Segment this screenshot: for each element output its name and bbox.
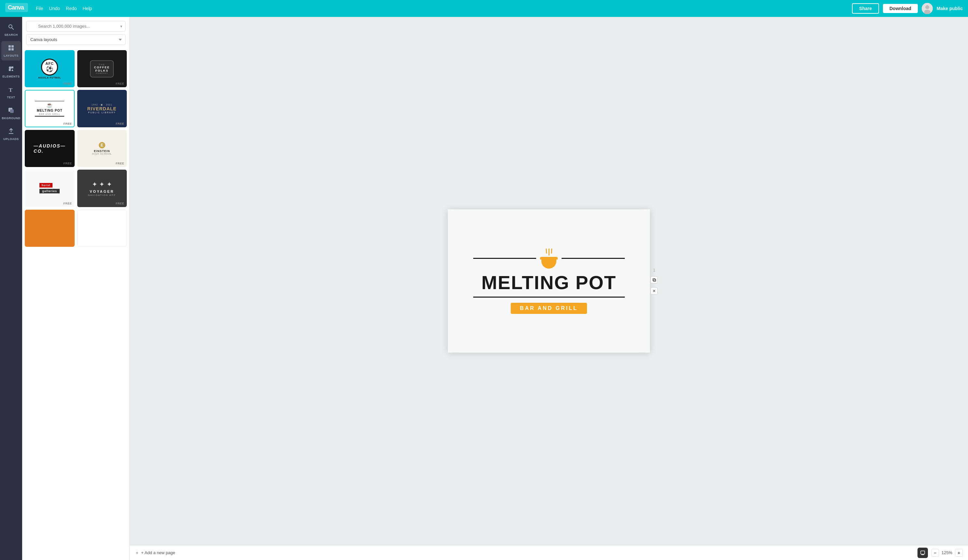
- sidebar-item-search[interactable]: SEARCH: [1, 20, 21, 40]
- orange-card-content: [25, 210, 74, 246]
- background-label: BKGROUND: [2, 117, 20, 120]
- layouts-icon: [8, 45, 14, 53]
- present-button[interactable]: [917, 548, 928, 558]
- sidebar-item-text[interactable]: T TEXT: [1, 83, 21, 102]
- layouts-grid: AFC ⚽ AGUILA FUTBOL FREE THE COFFEE FO: [22, 49, 129, 560]
- free-badge-hurst: FREE: [63, 202, 72, 205]
- search-label: SEARCH: [4, 33, 18, 36]
- zoom-section: − 125% +: [917, 548, 963, 558]
- elements-label: ELEMENTS: [2, 75, 20, 78]
- svg-rect-8: [12, 45, 14, 48]
- layout-card-riverdale[interactable]: 1942 · ◼ · 2021 RIVERDALE PUBLIC LIBRARY…: [77, 90, 127, 127]
- sidebar-item-background[interactable]: BKGROUND: [1, 104, 21, 123]
- layout-card-white2[interactable]: [77, 210, 127, 247]
- layout-card-melting[interactable]: ☕ MELTING POT BAR AND GRILL FREE: [25, 90, 75, 127]
- app-body: SEARCH LAYOUTS ELEMENTS T TEXT BKGROUND: [0, 17, 968, 560]
- hurst-card-content: hurst galleries: [35, 179, 63, 197]
- canvas-page[interactable]: MELTING POT BAR AND GRILL: [448, 209, 650, 353]
- menu-redo[interactable]: Redo: [66, 6, 76, 11]
- zoom-out-button[interactable]: −: [931, 549, 939, 557]
- layout-card-orange[interactable]: [25, 210, 75, 247]
- coffee-card-content: THE COFFEE FOLKS COMPANY: [90, 60, 114, 78]
- layouts-label: LAYOUTS: [3, 54, 18, 57]
- zoom-in-button[interactable]: +: [955, 549, 963, 557]
- canvas-subtitle-box: BAR AND GRILL: [511, 303, 587, 314]
- add-page-label: + Add a new page: [141, 550, 175, 555]
- svg-point-5: [9, 25, 12, 28]
- elements-icon: [8, 65, 14, 74]
- topbar: Canva File Undo Redo Help Share Download…: [0, 0, 968, 17]
- canvas-area: MELTING POT BAR AND GRILL 1: [130, 17, 968, 560]
- bottom-bar: ＋ + Add a new page − 125% +: [130, 545, 968, 560]
- canvas-design-content: MELTING POT BAR AND GRILL: [448, 248, 650, 314]
- topbar-actions: Share Download Make public: [852, 3, 963, 14]
- delete-page-button[interactable]: [651, 287, 658, 295]
- einstein-card-content: E EINSTEIN HIGH SCHOOL: [90, 140, 114, 157]
- filter-section: Canva layouts: [22, 34, 129, 49]
- svg-rect-21: [653, 279, 655, 281]
- free-badge-melting: FREE: [63, 122, 72, 126]
- svg-text:Canva: Canva: [8, 4, 25, 11]
- zoom-level: 125%: [941, 550, 952, 555]
- free-badge-afc: FREE: [63, 82, 72, 85]
- avatar[interactable]: [922, 3, 933, 14]
- sidebar-item-layouts[interactable]: LAYOUTS: [1, 41, 21, 61]
- free-badge-riverdale: FREE: [116, 122, 124, 126]
- copy-page-button[interactable]: [651, 276, 658, 284]
- menu-undo[interactable]: Undo: [49, 6, 60, 11]
- download-button[interactable]: Download: [883, 4, 918, 13]
- svg-line-6: [12, 28, 14, 30]
- menu-help[interactable]: Help: [83, 6, 92, 11]
- zoom-controls: − 125% +: [931, 549, 963, 557]
- sidebar-item-uploads[interactable]: UPLOADS: [1, 124, 21, 144]
- layout-card-coffee[interactable]: THE COFFEE FOLKS COMPANY FREE: [77, 50, 127, 87]
- layout-card-einstein[interactable]: E EINSTEIN HIGH SCHOOL FREE: [77, 130, 127, 167]
- add-page-button[interactable]: ＋ + Add a new page: [135, 550, 175, 556]
- cup-icon: [540, 248, 558, 269]
- canvas-top-divider: [473, 248, 625, 269]
- layout-card-afc[interactable]: AFC ⚽ AGUILA FUTBOL FREE: [25, 50, 75, 87]
- svg-rect-10: [12, 48, 14, 50]
- svg-rect-25: [921, 551, 925, 554]
- text-icon: T: [8, 86, 14, 94]
- canvas-wrapper[interactable]: MELTING POT BAR AND GRILL 1: [130, 17, 968, 545]
- layout-card-hurst[interactable]: hurst galleries FREE: [25, 170, 75, 207]
- sidebar-item-elements[interactable]: ELEMENTS: [1, 62, 21, 81]
- search-input[interactable]: [26, 21, 126, 31]
- layout-card-voyager[interactable]: ✦ ✦ ✦ VOYAGER NAVIGATION APP FREE: [77, 170, 127, 207]
- search-dropdown-icon: ▾: [120, 24, 122, 29]
- menu-file[interactable]: File: [36, 6, 43, 11]
- canva-logo[interactable]: Canva: [5, 3, 28, 14]
- search-icon: [8, 24, 14, 32]
- svg-rect-13: [9, 69, 11, 71]
- svg-marker-14: [12, 69, 13, 71]
- afc-card-content: AFC ⚽ AGUILA FUTBOL: [38, 59, 61, 79]
- svg-point-3: [925, 5, 929, 9]
- layouts-panel: ▾ Canva layouts AFC ⚽: [22, 17, 130, 560]
- topbar-menu: File Undo Redo Help: [36, 6, 844, 11]
- make-public-button[interactable]: Make public: [937, 6, 963, 11]
- uploads-label: UPLOADS: [3, 137, 19, 140]
- white2-card-content: [78, 210, 127, 246]
- share-button[interactable]: Share: [852, 3, 879, 14]
- audios-card-content: —AUDIOS—CO.: [33, 143, 66, 154]
- layout-card-audios[interactable]: —AUDIOS—CO. FREE: [25, 130, 75, 167]
- uploads-icon: [8, 128, 14, 136]
- svg-rect-22: [653, 279, 656, 282]
- svg-text:T: T: [9, 87, 13, 93]
- text-label: TEXT: [7, 96, 15, 99]
- svg-rect-17: [10, 109, 14, 113]
- free-badge-voyager: FREE: [116, 202, 124, 205]
- melting-card-content: ☕ MELTING POT BAR AND GRILL: [31, 101, 68, 117]
- svg-rect-12: [12, 66, 13, 68]
- free-badge-audios: FREE: [63, 162, 72, 165]
- free-badge-coffee: FREE: [116, 82, 124, 85]
- svg-rect-7: [8, 45, 11, 48]
- canvas-page-container: MELTING POT BAR AND GRILL 1: [448, 209, 650, 353]
- svg-rect-9: [8, 48, 11, 50]
- page-controls: 1: [651, 268, 658, 295]
- icon-nav: SEARCH LAYOUTS ELEMENTS T TEXT BKGROUND: [0, 17, 22, 560]
- filter-dropdown[interactable]: Canva layouts: [26, 34, 126, 45]
- canvas-subtitle: BAR AND GRILL: [520, 306, 578, 311]
- canvas-bottom-divider: [473, 297, 625, 297]
